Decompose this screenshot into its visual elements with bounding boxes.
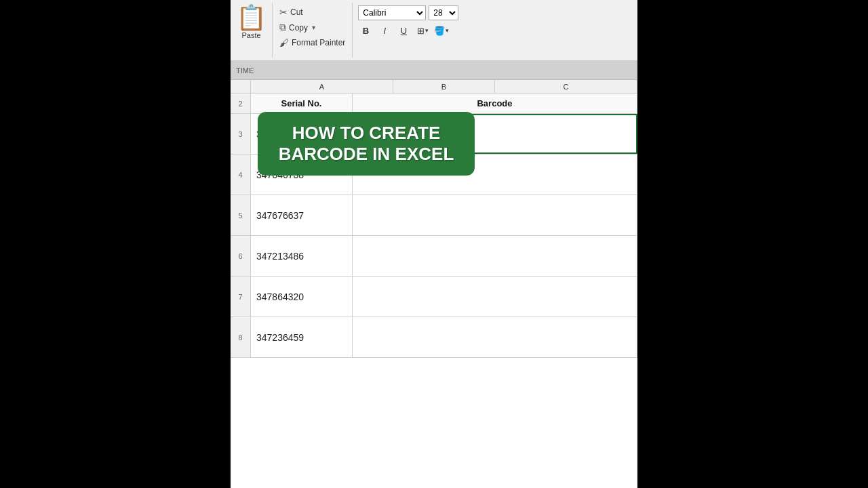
font-row1: Calibri 28 [358, 5, 458, 20]
format-painter-button[interactable]: 🖌 Format Painter [277, 36, 348, 49]
fill-dropdown-icon: ▾ [446, 27, 449, 34]
right-panel [637, 0, 868, 488]
clipboard-group: ✂ Cut ⧉ Copy ▾ 🖌 Format Painter [273, 3, 353, 58]
copy-label: Copy [289, 23, 308, 33]
col-headers: A B C [231, 80, 637, 94]
left-panel [0, 0, 231, 488]
font-name-select[interactable]: Calibri [358, 5, 426, 20]
col-header-b: B [393, 80, 495, 93]
fill-color-icon: 🪣 [434, 26, 445, 36]
row-number-4: 4 [231, 155, 251, 195]
border-icon: ⊞ [417, 26, 425, 36]
italic-button[interactable]: I [377, 23, 392, 38]
font-row2: B I U ⊞ ▾ 🪣 ▾ [358, 23, 458, 38]
time-strip: TIME [231, 61, 637, 80]
row-number-2: 2 [231, 94, 251, 113]
row-number-5: 5 [231, 195, 251, 235]
font-group: Calibri 28 B I U ⊞ ▾ 🪣 ▾ [353, 3, 464, 58]
paste-icon[interactable]: 📋 [236, 5, 267, 30]
row-number-3: 3 [231, 114, 251, 154]
col-header-a: A [251, 80, 393, 93]
paste-group: 📋 Paste [231, 3, 273, 58]
copy-dropdown-icon[interactable]: ▾ [312, 24, 315, 31]
format-painter-label: Format Painter [292, 38, 345, 47]
serial-no-header[interactable]: Serial No. [251, 94, 353, 113]
time-label: TIME [236, 66, 254, 75]
table-row: 7 347864320 [231, 277, 637, 317]
copy-button[interactable]: ⧉ Copy ▾ [277, 20, 348, 35]
title-line1: HOW TO CREATE [271, 123, 461, 144]
row-number-6: 6 [231, 236, 251, 276]
cut-button[interactable]: ✂ Cut [277, 5, 348, 19]
border-button[interactable]: ⊞ ▾ [415, 23, 430, 38]
underline-button[interactable]: U [396, 23, 411, 38]
row-number-8: 8 [231, 317, 251, 357]
cut-icon: ✂ [279, 7, 288, 18]
row-num-header [231, 80, 251, 93]
table-row: 5 347676637 [231, 195, 637, 236]
font-size-select[interactable]: 28 [429, 5, 458, 20]
cell-c5[interactable] [353, 195, 637, 235]
border-dropdown-icon: ▾ [425, 27, 429, 34]
copy-icon: ⧉ [279, 22, 286, 33]
title-line2: BARCODE IN EXCEL [271, 144, 461, 165]
bold-button[interactable]: B [358, 23, 373, 38]
barcode-header[interactable]: Barcode [353, 94, 637, 113]
cell-c6[interactable] [353, 236, 637, 276]
center-panel: 📋 Paste ✂ Cut ⧉ Copy ▾ 🖌 Format Painter [231, 0, 637, 488]
format-painter-icon: 🖌 [279, 37, 289, 48]
ribbon: 📋 Paste ✂ Cut ⧉ Copy ▾ 🖌 Format Painter [231, 0, 637, 61]
table-row: 6 347213486 [231, 236, 637, 277]
cut-label: Cut [290, 7, 303, 17]
cell-c8[interactable] [353, 317, 637, 357]
table-row: 2 Serial No. Barcode [231, 94, 637, 114]
cell-b6[interactable]: 347213486 [251, 236, 353, 276]
cell-c7[interactable] [353, 277, 637, 317]
cell-b5[interactable]: 347676637 [251, 195, 353, 235]
table-row: 8 347236459 [231, 317, 637, 358]
cell-b8[interactable]: 347236459 [251, 317, 353, 357]
row-number-7: 7 [231, 277, 251, 317]
paste-label[interactable]: Paste [241, 31, 260, 39]
title-banner: HOW TO CREATE BARCODE IN EXCEL [258, 112, 475, 176]
fill-color-button[interactable]: 🪣 ▾ [434, 23, 449, 38]
col-header-c: C [495, 80, 637, 93]
cell-b7[interactable]: 347864320 [251, 277, 353, 317]
